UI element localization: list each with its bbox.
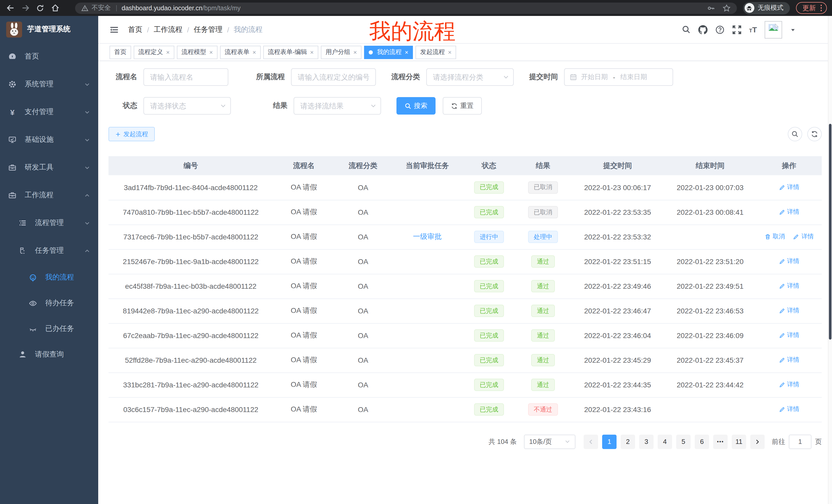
browser-home-icon[interactable] [50, 3, 60, 13]
sidebar-item-done-tasks[interactable]: 已办任务 [0, 316, 98, 342]
sidebar-item-task-mgmt[interactable]: 任务管理 [0, 237, 98, 264]
refresh-table-button[interactable] [807, 127, 822, 141]
sidebar-item-workflow[interactable]: 工作流程 [0, 181, 98, 209]
tab-process-definition[interactable]: 流程定义× [134, 46, 174, 59]
goto-label: 前往 [772, 437, 785, 446]
scrollbar-track[interactable] [828, 16, 832, 504]
process-definition-input[interactable] [291, 68, 376, 86]
detail-link[interactable]: 详情 [779, 257, 799, 266]
sidebar-item-label: 已办任务 [45, 324, 74, 333]
current-task-link[interactable]: 一级审批 [413, 232, 442, 241]
detail-link[interactable]: 详情 [779, 208, 799, 217]
close-icon[interactable]: × [166, 49, 170, 56]
status-select[interactable] [144, 97, 231, 115]
page-ellipsis[interactable]: ••• [713, 435, 728, 449]
page-button-6[interactable]: 6 [695, 435, 709, 449]
detail-link[interactable]: 详情 [779, 405, 799, 414]
close-icon[interactable]: × [253, 49, 256, 56]
detail-link[interactable]: 详情 [779, 381, 799, 389]
page-size-select[interactable]: 10条/页 [524, 435, 575, 449]
close-icon[interactable]: × [448, 49, 451, 56]
result-select[interactable] [294, 97, 381, 115]
detail-link[interactable]: 详情 [779, 282, 799, 290]
sidebar-item-label: 支付管理 [25, 107, 53, 117]
breadcrumb: 首页 / 工作流程 / 任务管理 / 我的流程 [128, 25, 262, 34]
tab-label: 我的流程 [377, 48, 401, 57]
sidebar-item-home[interactable]: 首页 [0, 43, 98, 71]
page-button-4[interactable]: 4 [658, 435, 672, 449]
process-name-input[interactable] [144, 68, 228, 86]
bookmark-star-icon[interactable] [722, 4, 730, 12]
tab-my-process[interactable]: 我的流程× [364, 46, 413, 59]
avatar[interactable] [765, 21, 782, 38]
detail-link[interactable]: 详情 [779, 183, 799, 192]
close-icon[interactable]: × [310, 49, 314, 56]
tab-home[interactable]: 首页 [109, 46, 131, 59]
eye-icon [29, 299, 37, 307]
page-button-2[interactable]: 2 [621, 435, 635, 449]
search-icon[interactable] [682, 25, 690, 34]
tab-process-model[interactable]: 流程模型× [177, 46, 217, 59]
github-icon[interactable] [698, 25, 707, 34]
sidebar-item-devtools[interactable]: 研发工具 [0, 153, 98, 181]
browser-back-icon[interactable] [5, 3, 16, 13]
close-icon[interactable]: × [353, 49, 357, 56]
start-process-button[interactable]: 发起流程 [108, 127, 155, 141]
tab-start-process[interactable]: 发起流程× [415, 46, 456, 59]
sidebar-item-label: 研发工具 [25, 163, 53, 172]
detail-link[interactable]: 详情 [793, 232, 814, 241]
goto-page-input[interactable] [789, 435, 811, 449]
font-size-icon[interactable]: TT [749, 26, 757, 33]
sidebar-collapse-icon[interactable] [109, 25, 119, 34]
avatar-caret-icon[interactable] [790, 26, 796, 33]
submit-time-range-picker[interactable]: 开始日期 - 结束日期 [564, 68, 673, 86]
browser-forward-icon[interactable] [20, 3, 30, 13]
cell-task [391, 372, 463, 397]
breadcrumb-home[interactable]: 首页 [128, 25, 142, 34]
header-category: 流程分类 [335, 156, 391, 175]
page-button-3[interactable]: 3 [639, 435, 654, 449]
page-button-1[interactable]: 1 [602, 435, 617, 449]
password-key-icon[interactable] [707, 4, 715, 12]
close-icon[interactable]: × [405, 49, 408, 56]
page-button-5[interactable]: 5 [676, 435, 691, 449]
sidebar-item-my-process[interactable]: 我的流程 [0, 264, 98, 290]
prev-page-button[interactable] [583, 435, 598, 449]
breadcrumb-task-mgmt[interactable]: 任务管理 [194, 25, 223, 34]
tab-process-form[interactable]: 流程表单× [220, 46, 261, 59]
result-badge: 通过 [531, 354, 555, 366]
browser-update-button[interactable]: 更新 [796, 2, 827, 14]
detail-link[interactable]: 详情 [779, 356, 799, 365]
next-page-button[interactable] [750, 435, 765, 449]
detail-link[interactable]: 详情 [779, 306, 799, 315]
cancel-link[interactable]: 取消 [764, 232, 785, 241]
tab-user-group[interactable]: 用户分组× [321, 46, 362, 59]
status-badge: 已完成 [474, 354, 504, 366]
detail-link[interactable]: 详情 [779, 331, 799, 340]
browser-reload-icon[interactable] [35, 3, 45, 13]
refresh-icon [451, 103, 458, 109]
scrollbar-thumb[interactable] [829, 124, 831, 340]
sidebar-item-payment[interactable]: ¥ 支付管理 [0, 98, 98, 126]
address-bar[interactable]: 不安全 dashboard.yudao.iocoder.cn/bpm/task/… [75, 2, 737, 13]
page-url[interactable]: dashboard.yudao.iocoder.cn/bpm/task/my [122, 4, 241, 11]
fullscreen-icon[interactable] [732, 25, 741, 34]
sidebar-item-process-mgmt[interactable]: 流程管理 [0, 209, 98, 237]
close-icon[interactable]: × [209, 49, 213, 56]
search-button[interactable]: 搜索 [396, 97, 436, 115]
sidebar-item-todo-tasks[interactable]: 待办任务 [0, 290, 98, 316]
app-logo[interactable]: 芋道管理系统 [0, 16, 98, 43]
tab-process-form-edit[interactable]: 流程表单-编辑× [263, 46, 318, 59]
sidebar-item-leave-query[interactable]: 请假查询 [0, 342, 98, 367]
screenshot-stage: 不安全 dashboard.yudao.iocoder.cn/bpm/task/… [0, 0, 832, 504]
browser-menu-icon[interactable] [821, 5, 822, 11]
page-button-last[interactable]: 11 [732, 435, 746, 449]
security-label[interactable]: 不安全 [92, 4, 111, 12]
sidebar-item-system[interactable]: 系统管理 [0, 71, 98, 98]
category-select[interactable] [426, 68, 514, 86]
breadcrumb-workflow[interactable]: 工作流程 [154, 25, 183, 34]
sidebar-item-infra[interactable]: 基础设施 [0, 126, 98, 153]
help-icon[interactable] [715, 25, 724, 34]
toggle-search-button[interactable] [788, 127, 802, 141]
reset-button[interactable]: 重置 [443, 97, 482, 115]
